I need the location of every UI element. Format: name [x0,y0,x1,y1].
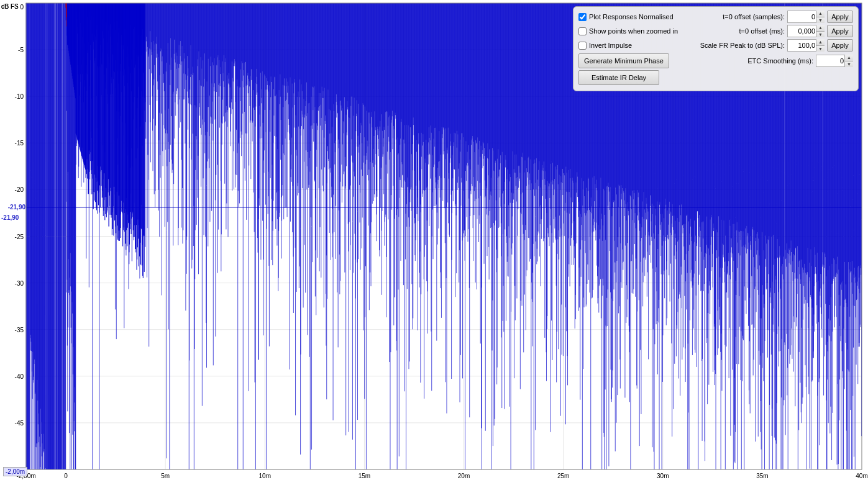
control-panel: Plot Responses Normalised t=0 offset (sa… [573,6,859,91]
t0-ms-down[interactable]: ▼ [816,32,825,38]
scale-fr-spinner: ▲ ▼ [816,39,825,52]
invert-impulse-checkbox[interactable] [578,42,587,50]
etc-smoothing-label: ETC Smoothing (ms): [747,57,813,65]
plot-responses-checkbox[interactable] [578,13,587,21]
scale-fr-down[interactable]: ▼ [816,46,825,52]
plot-responses-label[interactable]: Plot Responses Normalised [578,13,674,21]
t0-ms-label: t=0 offset (ms): [739,27,785,35]
horizontal-line-label: -21,90 [1,214,19,221]
t0-samples-label: t=0 offset (samples): [723,13,785,20]
show-points-checkbox[interactable] [578,27,587,35]
t0-samples-group: t=0 offset (samples): ▲ ▼ Apply [723,11,853,23]
invert-impulse-text: Invert Impulse [589,42,632,49]
etc-smoothing-spinner: ▲ ▼ [844,55,853,67]
etc-smoothing-group: ETC Smoothing (ms): ▲ ▼ [747,55,853,67]
apply-scale-fr-button[interactable]: Apply [827,39,853,52]
cursor-label: -2,00m [3,467,27,476]
row-buttons-etc: Generate Minimum Phase ETC Smoothing (ms… [578,53,853,68]
row-invert-impulse: Invert Impulse Scale FR Peak to (dB SPL)… [578,39,853,52]
main-container: dB FS -2,00m -21,90 Plot Responses Norma… [0,0,868,485]
t0-samples-down[interactable]: ▼ [816,17,825,24]
y-axis-title: dB FS [1,3,19,10]
t0-samples-input-group: ▲ ▼ [787,11,825,23]
row-estimate-ir: Estimate IR Delay [578,70,853,85]
invert-impulse-label[interactable]: Invert Impulse [578,42,632,50]
plot-responses-text: Plot Responses Normalised [589,13,674,20]
etc-smoothing-input-group: ▲ ▼ [816,55,853,67]
apply-t0-ms-button[interactable]: Apply [827,25,853,37]
scale-fr-input-group: ▲ ▼ [787,39,825,52]
row-plot-responses: Plot Responses Normalised t=0 offset (sa… [578,11,853,23]
show-points-label[interactable]: Show points when zoomed in [578,27,678,35]
row-show-points: Show points when zoomed in t=0 offset (m… [578,25,853,37]
estimate-ir-delay-button[interactable]: Estimate IR Delay [578,70,659,85]
t0-ms-input-group: ▲ ▼ [787,25,825,37]
etc-smoothing-down[interactable]: ▼ [845,61,853,68]
t0-samples-spinner: ▲ ▼ [816,11,825,23]
scale-fr-up[interactable]: ▲ [816,39,825,46]
t0-ms-up[interactable]: ▲ [816,25,825,32]
etc-smoothing-up[interactable]: ▲ [845,55,853,61]
scale-fr-label: Scale FR Peak to (dB SPL): [700,42,785,49]
t0-ms-group: t=0 offset (ms): ▲ ▼ Apply [739,25,853,37]
generate-min-phase-button[interactable]: Generate Minimum Phase [578,53,669,68]
t0-ms-spinner: ▲ ▼ [816,25,825,37]
scale-fr-group: Scale FR Peak to (dB SPL): ▲ ▼ Apply [700,39,853,52]
t0-samples-up[interactable]: ▲ [816,11,825,17]
show-points-text: Show points when zoomed in [589,27,678,35]
apply-t0-samples-button[interactable]: Apply [827,11,853,23]
